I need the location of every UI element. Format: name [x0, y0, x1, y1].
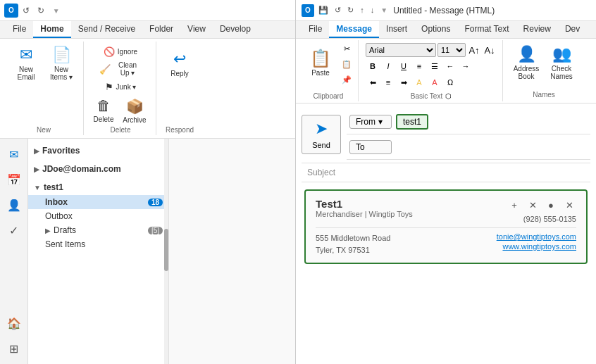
- tab-message-right[interactable]: Message: [329, 21, 379, 38]
- send-button[interactable]: ➤ Send: [302, 115, 341, 154]
- left-toolbar-controls: ↺ ↻ ▼: [23, 6, 60, 15]
- align-center-button[interactable]: ≡: [381, 75, 395, 89]
- tab-insert-right[interactable]: Insert: [379, 21, 414, 38]
- down-btn-right[interactable]: ↓: [371, 6, 375, 14]
- clipboard-buttons: 📋 Paste ✂ 📋 📌: [303, 42, 354, 87]
- increase-indent-button[interactable]: →: [459, 59, 473, 73]
- underline-button[interactable]: U: [397, 59, 411, 73]
- customize-btn-left[interactable]: ▼: [53, 7, 60, 15]
- inbox-badge: 18: [148, 199, 163, 206]
- tab-view-left[interactable]: View: [180, 21, 213, 38]
- outlook-app-icon-left: O: [4, 4, 18, 18]
- test1-account-label: test1: [44, 182, 63, 192]
- nav-icon-tasks[interactable]: ✓: [3, 219, 25, 241]
- cut-button[interactable]: ✂: [340, 42, 354, 56]
- ignore-label: Ignore: [118, 48, 137, 56]
- undo-btn-left[interactable]: ↺: [23, 6, 30, 15]
- to-dropdown-button[interactable]: To: [349, 140, 392, 154]
- font-size-select[interactable]: 11: [437, 43, 466, 57]
- folder-outbox[interactable]: Outbox: [28, 209, 168, 223]
- reply-button[interactable]: ↩ Reply: [163, 43, 196, 84]
- copy-button[interactable]: 📋: [340, 57, 354, 71]
- contact-card: Test1 Merchandiser | Wingtip Toys + ✕ ● …: [304, 189, 588, 264]
- align-left-button[interactable]: ⬅: [366, 75, 380, 89]
- nav-icon-mail[interactable]: ✉: [3, 143, 25, 165]
- contact-name: Test1: [316, 198, 413, 210]
- respond-group-label: Respond: [166, 125, 194, 134]
- contact-right: + ✕ ● ✕ (928) 555-0135: [507, 198, 576, 223]
- from-dropdown-button[interactable]: From ▾: [349, 115, 392, 129]
- font-color-button[interactable]: A: [428, 75, 442, 89]
- paste-button[interactable]: 📋 Paste: [303, 42, 338, 84]
- save-icon-right[interactable]: 💾: [318, 6, 328, 14]
- undo-btn-right[interactable]: ↺: [335, 6, 341, 14]
- contact-add-button[interactable]: +: [507, 198, 521, 212]
- bullet-list-button[interactable]: ≡: [412, 59, 426, 73]
- folder-sent-items[interactable]: Sent Items: [28, 237, 168, 251]
- contact-actions: + ✕ ● ✕: [507, 198, 576, 212]
- junk-button[interactable]: ⚑ Junk ▾: [96, 78, 145, 95]
- tab-file-left[interactable]: File: [6, 21, 33, 38]
- delete-small-buttons: 🚫 Ignore 🧹 Clean Up ▾ ⚑ Junk ▾: [96, 43, 145, 95]
- shrink-font-button[interactable]: A↓: [483, 43, 497, 57]
- tab-develop-left[interactable]: Develop: [213, 21, 258, 38]
- decrease-indent-button[interactable]: ←: [443, 59, 457, 73]
- redo-btn-left[interactable]: ↻: [37, 6, 44, 15]
- tab-options-right[interactable]: Options: [414, 21, 457, 38]
- up-btn-right[interactable]: ↑: [360, 6, 364, 14]
- italic-button[interactable]: I: [381, 59, 395, 73]
- basic-text-expand-icon[interactable]: ⬡: [445, 92, 452, 100]
- tab-file-right[interactable]: File: [302, 21, 329, 38]
- contact-email-link[interactable]: tonie@wingtiptoys.com: [497, 232, 576, 241]
- test1-account-header[interactable]: ▼ test1: [28, 180, 168, 195]
- archive-label: Archive: [123, 116, 146, 124]
- tab-format-text-right[interactable]: Format Text: [457, 21, 516, 38]
- archive-icon: 📦: [126, 98, 144, 115]
- contact-remove-button[interactable]: ✕: [526, 198, 540, 212]
- drafts-label: Drafts: [54, 225, 76, 235]
- tab-review-right[interactable]: Review: [516, 21, 558, 38]
- archive-button[interactable]: 📦 Archive: [119, 96, 150, 125]
- address-book-button[interactable]: 👤 Address Book: [510, 43, 542, 82]
- folder-inbox[interactable]: Inbox 18: [28, 195, 168, 209]
- grow-font-button[interactable]: A↑: [467, 43, 481, 57]
- clear-format-button[interactable]: Ω: [443, 75, 457, 89]
- numbered-list-button[interactable]: ☰: [428, 59, 442, 73]
- bold-button[interactable]: B: [366, 59, 380, 73]
- check-names-button[interactable]: 👥 Check Names: [545, 43, 578, 82]
- redo-btn-right[interactable]: ↻: [347, 6, 354, 14]
- tab-send-receive-left[interactable]: Send / Receive: [71, 21, 142, 38]
- new-items-button[interactable]: 📄 NewItems ▾: [45, 43, 77, 84]
- to-input[interactable]: [392, 141, 588, 153]
- contact-title: Merchandiser | Wingtip Toys: [316, 210, 413, 218]
- tab-folder-left[interactable]: Folder: [142, 21, 180, 38]
- contact-website-link[interactable]: www.wingtiptoys.com: [502, 242, 576, 251]
- tab-home-left[interactable]: Home: [33, 21, 70, 38]
- cleanup-button[interactable]: 🧹 Clean Up ▾: [96, 61, 145, 77]
- new-email-button[interactable]: ✉ New Email: [10, 43, 42, 84]
- jdoe-account-header[interactable]: ▶ JDoe@domain.com: [28, 161, 168, 177]
- nav-icon-calendar[interactable]: 📅: [3, 168, 25, 191]
- test1-chevron-down: ▼: [34, 184, 41, 192]
- nav-icon-apps[interactable]: ⊞: [3, 337, 25, 360]
- nav-icon-people[interactable]: 👤: [3, 194, 25, 216]
- align-right-button[interactable]: ➡: [397, 75, 411, 89]
- tab-dev-right[interactable]: Dev: [558, 21, 587, 38]
- from-row: ➤ Send From ▾ test1: [302, 109, 590, 163]
- right-toolbar-controls: 💾 ↺ ↻ ↑ ↓ ▼: [318, 6, 387, 15]
- test1-account: ▼ test1 Inbox 18 Outbox ▶ Drafts [5]: [28, 180, 168, 251]
- names-group: 👤 Address Book 👥 Check Names Names: [504, 40, 583, 101]
- folder-drafts[interactable]: ▶ Drafts [5]: [28, 223, 168, 237]
- favorites-header[interactable]: ▶ Favorites: [28, 143, 168, 158]
- paste-special-button[interactable]: 📌: [340, 73, 354, 87]
- nav-icon-home[interactable]: 🏠: [3, 312, 25, 334]
- ignore-button[interactable]: 🚫 Ignore: [96, 43, 145, 60]
- customize-btn-right[interactable]: ▼: [380, 6, 387, 14]
- font-family-select[interactable]: Arial: [366, 43, 436, 57]
- contact-close-button[interactable]: ✕: [562, 198, 576, 212]
- subject-input[interactable]: [342, 166, 585, 179]
- contact-star-button[interactable]: ●: [544, 198, 558, 212]
- delete-button[interactable]: 🗑 Delete: [91, 96, 116, 125]
- highlight-button[interactable]: A: [412, 75, 426, 89]
- from-field-area: From ▾ test1 To: [347, 109, 590, 160]
